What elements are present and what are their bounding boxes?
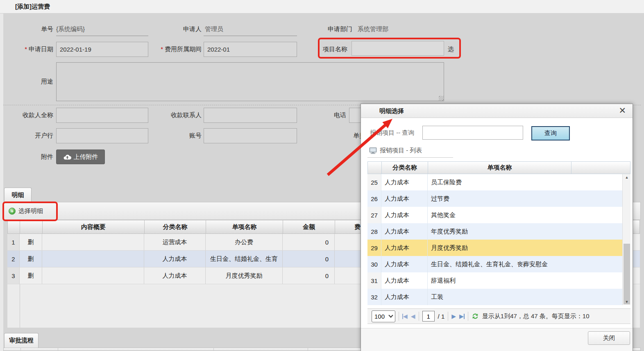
upload-attachment-button[interactable]: 上传附件 [56, 149, 105, 164]
project-name-label: 项目名称 [323, 45, 350, 53]
cell-item: 工装 [428, 289, 571, 305]
payee-contact-label: 收款联系人 [155, 111, 202, 119]
row-number: 27 [367, 207, 381, 223]
cell-amount: 0 [283, 234, 335, 250]
list-item[interactable]: 31 人力成本 辞退福利 [367, 272, 622, 289]
row-number: 32 [367, 289, 381, 305]
applicant-underline [204, 36, 297, 36]
purpose-textarea[interactable] [56, 62, 444, 101]
order-no-underline [56, 36, 148, 36]
cell-category: 运营成本 [144, 234, 206, 250]
department-label: 申请部门 [310, 25, 352, 33]
scroll-up-icon[interactable]: ▲ [623, 174, 631, 181]
pagination-bar: 100 ◀ ◀ / 1 ▶ ▶ 显示从1到47，总 47 条。每页显示：10 [367, 308, 630, 324]
cloud-upload-icon [63, 154, 71, 160]
cell-summary [42, 251, 144, 267]
cell-item: 生日金、结婚礼金、生育 [206, 251, 283, 267]
row-number: 29 [367, 240, 381, 256]
refresh-icon[interactable] [472, 313, 479, 320]
bank-input[interactable] [56, 128, 148, 143]
row-number: 30 [367, 256, 381, 272]
list-item[interactable]: 28 人力成本 年度优秀奖励 [367, 223, 622, 240]
header-amount: 金额 [283, 220, 335, 233]
header-category: 分类名称 [145, 220, 206, 233]
list-scrollbar[interactable]: ▲ ▼ [622, 174, 630, 305]
page-title: [添加]运营费 [15, 0, 50, 13]
last-page-button[interactable]: ▶ [459, 313, 465, 319]
cell-category: 人力成本 [381, 207, 428, 223]
cell-amount: 0 [283, 267, 335, 284]
query-button[interactable]: 查询 [531, 126, 570, 140]
close-button[interactable]: 关闭 [588, 331, 630, 345]
delete-row-link[interactable]: 删 [20, 251, 42, 267]
period-input[interactable] [204, 42, 297, 57]
cell-item: 其他奖金 [428, 207, 571, 223]
cell-item: 年度优秀奖励 [428, 223, 571, 240]
cell-category: 人力成本 [381, 190, 428, 207]
applicant-label: 申请人 [156, 25, 202, 33]
scrollbar-thumb[interactable] [624, 244, 630, 304]
search-input[interactable] [422, 126, 523, 140]
list-icon [369, 147, 377, 154]
search-label: 报销项目 -- 查询 [370, 129, 414, 137]
cell-category: 人力成本 [381, 272, 428, 289]
account-label: 账号 [179, 132, 202, 140]
attachment-label: 附件 [31, 153, 53, 161]
period-label: *费用所属期间 [131, 45, 202, 53]
header-summary: 内容概要 [43, 220, 145, 233]
delete-row-link[interactable]: 删 [20, 267, 42, 284]
order-no-value: {系统编码} [56, 25, 85, 33]
add-icon: + [9, 208, 16, 215]
prev-page-button[interactable]: ◀ [411, 313, 415, 319]
page-size-select[interactable]: 100 [372, 310, 395, 322]
window-titlebar: [添加]运营费 [0, 0, 644, 14]
dialog-title: 明细选择 [379, 104, 404, 118]
close-icon[interactable]: ✕ [619, 106, 626, 115]
row-number: 26 [367, 190, 381, 207]
account-input[interactable] [204, 128, 297, 143]
header-rest [571, 162, 630, 174]
page-number-input[interactable] [422, 311, 435, 322]
purpose-label: 用途 [40, 78, 53, 86]
list-item[interactable]: 26 人力成本 过节费 [367, 190, 622, 207]
cell-item: 辞退福利 [428, 272, 571, 289]
header-delete [20, 220, 43, 233]
next-page-button[interactable]: ▶ [451, 313, 456, 319]
list-item[interactable]: 25 人力成本 员工保险费 [367, 174, 622, 190]
tab-approval-flow[interactable]: 审批流程 [4, 333, 39, 348]
cell-summary [42, 267, 144, 284]
cell-category: 人力成本 [381, 289, 428, 305]
cell-category: 人力成本 [381, 223, 428, 240]
scroll-down-icon[interactable]: ▼ [623, 299, 631, 305]
required-mark: * [25, 45, 27, 52]
cell-summary [42, 234, 144, 250]
project-name-input[interactable] [351, 41, 444, 56]
order-no-label: 单号 [12, 25, 53, 33]
payee-contact-input[interactable] [204, 108, 297, 123]
select-detail-button[interactable]: + 选择明细 [9, 207, 43, 215]
first-page-button[interactable]: ◀ [402, 313, 408, 319]
list-item[interactable]: 32 人力成本 工装 [367, 289, 622, 305]
cell-category: 人力成本 [381, 174, 428, 190]
cell-item: 生日金、结婚礼金、生育礼金、丧葬安慰金 [428, 256, 571, 272]
left-edge [0, 14, 3, 351]
required-mark: * [161, 45, 163, 52]
list-item[interactable]: 30 人力成本 生日金、结婚礼金、生育礼金、丧葬安慰金 [367, 256, 622, 272]
tab-detail[interactable]: 明细 [4, 188, 32, 202]
page: [添加]运营费 单号 {系统编码} 申请人 管理员 申请部门 系统管理部 *申请… [0, 0, 644, 351]
cell-item: 过节费 [428, 190, 571, 207]
cell-category: 人力成本 [381, 256, 428, 272]
cell-item: 月度优秀奖励 [428, 240, 571, 256]
header-row-number [8, 220, 20, 233]
payee-input[interactable] [56, 108, 148, 123]
page-total: / 1 [438, 313, 445, 320]
column-divider [20, 284, 20, 328]
list-item-selected[interactable]: 29 人力成本 月度优秀奖励 [367, 240, 622, 256]
project-picker-link[interactable]: 选 [448, 45, 454, 53]
department-value: 系统管理部 [358, 25, 388, 33]
resize-handle-icon[interactable] [439, 96, 444, 101]
list-item[interactable]: 27 人力成本 其他奖金 [367, 207, 622, 223]
delete-row-link[interactable]: 删 [20, 234, 42, 250]
list-title-underline [367, 157, 453, 158]
phone-label: 电话 [325, 111, 346, 119]
